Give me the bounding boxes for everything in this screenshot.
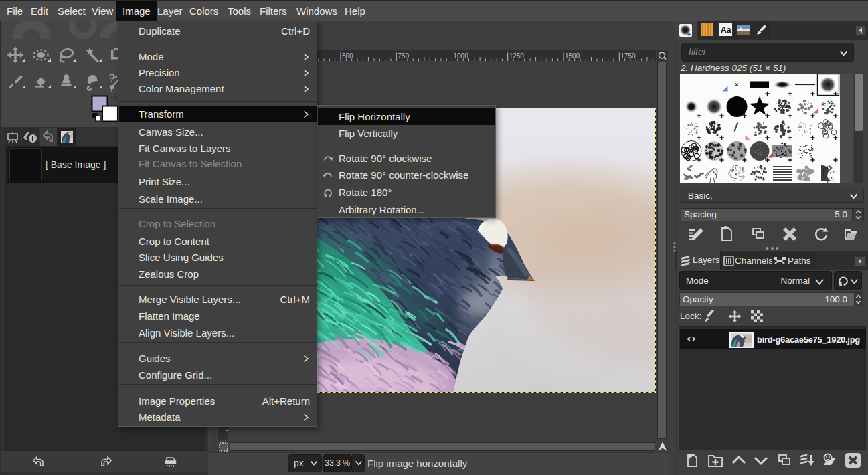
svg-text:1000: 1000 <box>454 52 469 60</box>
svg-text:500: 500 <box>342 52 353 60</box>
svg-text:750: 750 <box>398 52 409 60</box>
svg-text:1250: 1250 <box>509 52 525 60</box>
svg-text:Aa: Aa <box>721 25 731 35</box>
svg-text:1750: 1750 <box>620 52 636 60</box>
svg-text:1500: 1500 <box>565 52 580 60</box>
